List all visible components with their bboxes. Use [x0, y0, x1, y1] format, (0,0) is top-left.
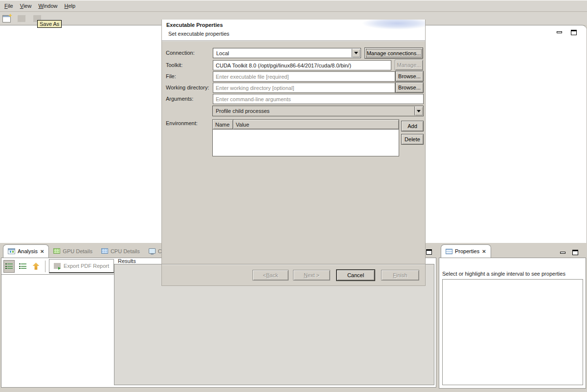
- profile-children-combo[interactable]: Profile child processes: [212, 106, 424, 116]
- properties-icon: [446, 249, 452, 254]
- tab-analysis-label: Analysis: [18, 248, 38, 254]
- cpu-details-icon: [101, 248, 108, 254]
- browse-file-button[interactable]: Browse...: [395, 71, 424, 82]
- cancel-button[interactable]: Cancel: [337, 270, 375, 281]
- file-input[interactable]: [213, 71, 395, 82]
- tab-gpu-details-label: GPU Details: [63, 248, 92, 254]
- executable-properties-dialog: Executable Properties Set executable pro…: [161, 20, 426, 286]
- manage-connections-button[interactable]: Manage connections...: [364, 47, 423, 59]
- finish-button[interactable]: Finish: [381, 270, 419, 281]
- tab-cpu-details-label: CPU Details: [111, 248, 140, 254]
- chevron-down-icon[interactable]: [352, 49, 360, 57]
- sparkle-icon: [8, 14, 12, 18]
- manage-toolkit-button[interactable]: Manage...: [395, 60, 423, 70]
- minimize-icon[interactable]: [557, 31, 562, 33]
- environment-label: Environment:: [166, 120, 198, 126]
- export-pdf-label: Export PDF Report: [64, 263, 109, 269]
- tab-properties[interactable]: Properties ✕: [441, 244, 491, 258]
- dialog-button-bar: < Back Next > Cancel Finish: [162, 264, 425, 285]
- connection-value: Local: [216, 50, 229, 56]
- maximize-icon[interactable]: [426, 249, 432, 255]
- tab-analysis[interactable]: Analysis ✕: [3, 244, 49, 258]
- analysis-icon: [8, 248, 15, 254]
- arguments-label: Arguments:: [166, 96, 193, 102]
- toolkit-label: Toolkit:: [166, 62, 182, 68]
- save-icon: [18, 15, 25, 22]
- toolkit-input[interactable]: [213, 60, 391, 70]
- tab-gpu-details[interactable]: GPU Details: [49, 244, 97, 258]
- menu-help[interactable]: Help: [65, 3, 76, 9]
- results-group-label: Results: [116, 258, 137, 264]
- save-as-tooltip: Save As: [37, 20, 62, 28]
- gpu-details-icon: [53, 248, 60, 254]
- maximize-icon[interactable]: [572, 250, 578, 255]
- dialog-body: Connection: Local Manage connections... …: [162, 41, 425, 264]
- properties-content: Select or highlight a single interval to…: [439, 258, 586, 389]
- file-label: File:: [166, 73, 176, 79]
- maximize-icon[interactable]: [571, 30, 577, 35]
- banner-gradient: [352, 20, 425, 32]
- dialog-title: Executable Properties: [166, 22, 223, 28]
- properties-detail-box: [442, 279, 583, 385]
- guided-analysis-icon: [5, 263, 13, 269]
- env-column-value[interactable]: Value: [233, 120, 399, 129]
- minimize-icon[interactable]: [560, 252, 565, 254]
- browse-workdir-button[interactable]: Browse...: [395, 82, 424, 93]
- unguided-analysis-button[interactable]: [17, 260, 28, 273]
- console-icon: [149, 248, 156, 254]
- analysis-mode-button[interactable]: [3, 260, 15, 273]
- delete-env-button[interactable]: Delete: [401, 134, 424, 145]
- up-arrow-icon: [32, 262, 40, 270]
- export-pdf-icon: [54, 263, 61, 269]
- profile-children-value: Profile child processes: [216, 108, 270, 114]
- chevron-down-icon[interactable]: [414, 107, 423, 115]
- back-button[interactable]: < Back: [252, 270, 289, 281]
- working-directory-label: Working directory:: [166, 85, 209, 90]
- new-session-icon[interactable]: [2, 15, 11, 22]
- arguments-input[interactable]: [213, 94, 424, 104]
- menu-window[interactable]: Window: [38, 3, 57, 9]
- env-column-name[interactable]: Name: [213, 120, 233, 129]
- close-icon[interactable]: ✕: [482, 249, 486, 254]
- tab-cpu-details[interactable]: CPU Details: [97, 244, 144, 258]
- close-icon[interactable]: ✕: [40, 249, 44, 254]
- menu-view[interactable]: View: [20, 3, 32, 9]
- export-pdf-report-button[interactable]: Export PDF Report: [49, 259, 114, 273]
- menu-bar: File View Window Help: [0, 0, 587, 12]
- properties-message: Select or highlight a single interval to…: [442, 271, 584, 277]
- connection-combo[interactable]: Local: [213, 48, 361, 58]
- up-level-button[interactable]: [30, 260, 42, 273]
- properties-panel: Properties ✕ Select or highlight a singl…: [439, 244, 586, 389]
- environment-table-header: Name Value: [213, 120, 399, 130]
- next-button[interactable]: Next >: [293, 270, 330, 281]
- dialog-subtitle: Set executable properties: [168, 31, 229, 37]
- working-directory-input[interactable]: [213, 83, 395, 93]
- add-env-button[interactable]: Add: [401, 121, 424, 131]
- unguided-analysis-icon: [19, 263, 26, 269]
- tab-properties-label: Properties: [455, 248, 479, 254]
- environment-table[interactable]: Name Value: [212, 119, 399, 156]
- analysis-view-toolbar: Export PDF Report: [1, 258, 114, 275]
- menu-file[interactable]: File: [4, 3, 13, 9]
- connection-label: Connection:: [166, 50, 195, 56]
- dialog-header: Executable Properties Set executable pro…: [162, 20, 425, 41]
- toolbar-separator: [45, 261, 45, 272]
